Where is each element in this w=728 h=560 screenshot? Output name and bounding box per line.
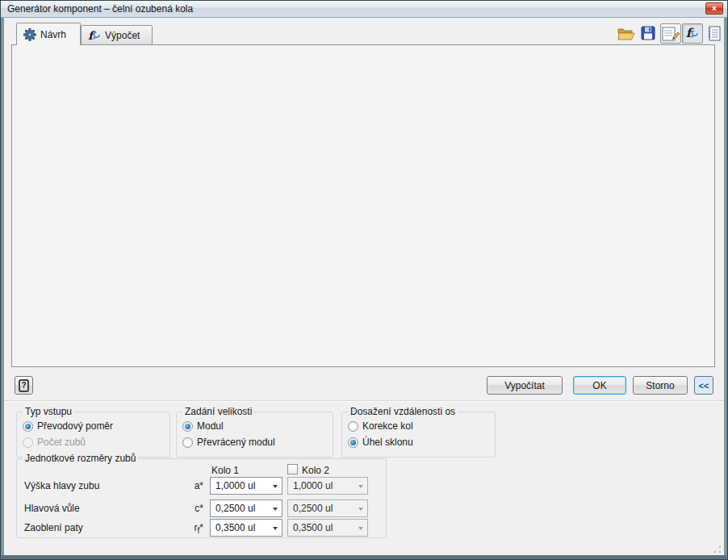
unit-row2-gear2-select[interactable]: 0,2500 ul [287,499,368,517]
dropdown-arrow-icon [354,500,367,516]
unit-row1-symbol: a* [158,480,203,493]
tab-vypocet-label: Výpočet [105,30,140,41]
group-zadani-velikosti-legend: Zadání velikosti [182,406,254,417]
calculate-button[interactable]: Vypočítat [487,376,563,395]
save-icon[interactable] [639,25,657,41]
open-file-icon[interactable] [617,25,636,41]
group-typ-vstupu-legend: Typ vstupu [23,406,74,417]
tab-navrh-label: Návrh [40,29,66,40]
dropdown-arrow-icon [354,478,367,494]
radio-uhel-sklonu-label: Úhel sklonu [362,437,413,448]
group-zadani-velikosti: Zadání velikosti [176,412,333,458]
dialog-window: Generátor komponent – čelní ozubená kola… [0,0,728,560]
section-separator [0,400,728,402]
radio-prevraceny-modul[interactable] [182,437,193,448]
group-dosazeni-vzdalenosti: Dosažení vzdálenosti os [341,412,496,458]
unit-row3-symbol: rf* [158,522,203,535]
ok-button[interactable]: OK [573,376,626,395]
radio-uhel-sklonu[interactable] [348,437,358,448]
radio-prevraceny-modul-label: Převrácený modul [197,437,275,448]
radio-modul[interactable] [182,421,193,432]
double-chevron-icon: << [699,381,709,391]
unit-row2-gear1-select[interactable]: 0,2500 ul [210,499,282,517]
help-icon: ? [19,379,29,392]
dropdown-arrow-icon [354,520,367,536]
group-typ-vstupu: Typ vstupu [16,412,170,458]
dropdown-arrow-icon [269,500,282,516]
unit-row3-gear1-select[interactable]: 0,3500 ul [210,519,282,537]
unit-col2-header: Kolo 2 [302,465,329,476]
unit-col1-header: Kolo 1 [211,465,239,476]
report-icon[interactable] [705,25,722,41]
unit-col2-checkbox[interactable] [287,464,298,474]
gear-icon [23,28,36,41]
close-icon: × [712,5,717,13]
help-button[interactable]: ? [15,376,33,395]
radio-pocet-zubu-label: Počet zubů [37,437,86,448]
drawing-form-icon[interactable] [660,23,681,44]
radio-pocet-zubu [23,437,33,448]
dropdown-arrow-icon [269,478,282,494]
unit-row1-gear1-select[interactable]: 1,0000 ul [210,477,282,495]
group-jednotkove-rozmery-legend: Jednotkové rozměry zubů [23,453,138,464]
unit-row1-gear2-select[interactable]: 1,0000 ul [287,477,368,495]
radio-prevodovy-pomer-label: Převodový poměr [37,420,113,432]
tab-page-design [11,44,715,367]
unit-row3-gear2-select[interactable]: 0,3500 ul [287,519,368,537]
tab-vypocet[interactable]: f Výpočet [81,25,153,45]
dropdown-arrow-icon [269,520,282,536]
radio-korekce-kol-label: Korekce kol [362,420,413,432]
more-options-toggle-button[interactable]: << [694,376,713,395]
function-icon: f [88,31,101,40]
titlebar[interactable]: Generátor komponent – čelní ozubená kola [1,1,727,18]
unit-row3-label: Zaoblení paty [24,522,83,533]
unit-row2-label: Hlavová vůle [24,503,80,514]
unit-row2-symbol: c* [158,503,203,516]
group-dosazeni-vzdalenosti-legend: Dosažení vzdálenosti os [348,406,458,417]
close-button[interactable]: × [705,2,723,15]
resize-grip[interactable] [713,545,722,554]
unit-row1-label: Výška hlavy zubu [24,480,99,491]
cancel-button[interactable]: Storno [633,376,688,395]
window-title: Generátor komponent – čelní ozubená kola [1,3,193,15]
radio-korekce-kol[interactable] [348,421,358,432]
formulas-icon[interactable]: f [682,23,703,44]
radio-modul-label: Modul [197,420,224,432]
radio-prevodovy-pomer[interactable] [23,421,33,432]
tab-navrh[interactable]: Návrh [16,23,81,45]
